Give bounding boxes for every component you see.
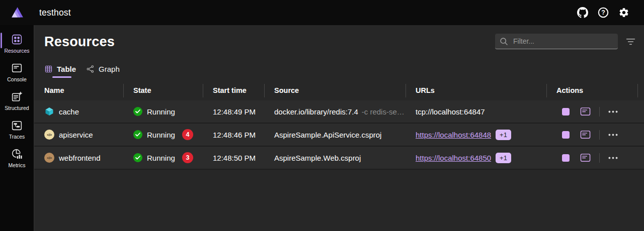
- console-logs-icon: [580, 130, 591, 139]
- gear-icon: [618, 7, 629, 18]
- state-label: Running: [147, 154, 175, 162]
- tab-table[interactable]: Table: [44, 63, 78, 78]
- svg-text:?: ?: [601, 9, 605, 16]
- table-row[interactable]: webfrontend Running 3 12:48:50 PM Aspire…: [34, 147, 644, 170]
- tab-label: Graph: [99, 65, 120, 73]
- column-header-source[interactable]: Source: [265, 80, 406, 100]
- search-icon: [500, 37, 508, 46]
- graph-view-icon: [86, 65, 95, 73]
- resources-table: Name State Start time Source URLs Action…: [34, 80, 644, 170]
- console-logs-button[interactable]: [578, 128, 593, 141]
- column-header-state[interactable]: State: [124, 80, 203, 100]
- more-actions-button[interactable]: [606, 132, 620, 138]
- table-row[interactable]: apiservice Running 4 12:48:46 PM AspireS…: [34, 124, 644, 147]
- actions-divider: [599, 153, 600, 163]
- column-header-start-time[interactable]: Start time: [203, 80, 265, 100]
- topbar-actions: ?: [576, 6, 644, 20]
- more-actions-button[interactable]: [606, 108, 620, 115]
- sidebar-item-label: Traces: [9, 134, 25, 140]
- stop-icon: [562, 154, 570, 162]
- sidebar-item-resources[interactable]: Resources: [0, 29, 34, 57]
- ellipsis-icon: [608, 110, 618, 113]
- sidebar-item-label: Metrics: [9, 162, 26, 168]
- sidebar-item-label: Console: [7, 76, 27, 82]
- state-label: Running: [147, 131, 175, 139]
- url-more-badge[interactable]: +1: [496, 153, 511, 163]
- source-value: AspireSample.ApiService.csproj: [274, 131, 381, 139]
- sidebar-item-traces[interactable]: Traces: [0, 115, 34, 143]
- traces-icon: [11, 119, 23, 132]
- topbar: testhost ?: [0, 0, 644, 25]
- filter-options-button[interactable]: [623, 35, 638, 48]
- start-time: 12:48:49 PM: [213, 107, 256, 116]
- error-count-badge[interactable]: 4: [182, 129, 193, 140]
- view-tabs: Table Graph: [44, 63, 644, 78]
- sidebar: Resources Console Structured: [0, 25, 34, 231]
- github-button[interactable]: [576, 6, 590, 20]
- filter-input[interactable]: [512, 37, 613, 46]
- endpoint-link[interactable]: https://localhost:64848: [416, 131, 491, 139]
- url-value: tcp://localhost:64847: [416, 107, 485, 116]
- stop-resource-button[interactable]: [560, 152, 572, 164]
- container-icon: [44, 106, 54, 117]
- sidebar-item-metrics[interactable]: Metrics: [0, 144, 34, 171]
- ellipsis-icon: [608, 134, 618, 136]
- ellipsis-icon: [608, 157, 618, 159]
- tab-graph[interactable]: Graph: [86, 63, 122, 78]
- source-args: -c redis-serv...: [362, 107, 406, 116]
- sidebar-item-structured[interactable]: Structured: [0, 86, 34, 114]
- column-header-name[interactable]: Name: [34, 80, 124, 100]
- actions-divider: [599, 107, 600, 117]
- stop-icon: [562, 131, 570, 139]
- filter-lines-icon: [625, 38, 636, 46]
- project-icon: [44, 153, 54, 163]
- sidebar-item-label: Resources: [4, 48, 29, 54]
- start-time: 12:48:46 PM: [213, 131, 256, 139]
- console-logs-button[interactable]: [578, 105, 593, 118]
- metrics-icon: [11, 148, 23, 160]
- tab-label: Table: [57, 65, 76, 73]
- aspire-logo-icon: [10, 6, 24, 20]
- source-value: AspireSample.Web.csproj: [274, 154, 361, 162]
- sidebar-item-label: Structured: [5, 105, 29, 111]
- column-header-urls[interactable]: URLs: [406, 80, 547, 100]
- console-logs-icon: [580, 107, 591, 116]
- running-status-icon: [133, 153, 142, 162]
- running-status-icon: [133, 107, 142, 116]
- page-header: Resources: [34, 25, 644, 51]
- url-more-badge[interactable]: +1: [496, 130, 511, 140]
- main-content: Resources: [34, 25, 644, 231]
- resources-grid-icon: [11, 33, 23, 46]
- console-icon: [11, 62, 23, 74]
- table-view-icon: [44, 65, 53, 73]
- structured-logs-icon: [11, 90, 23, 103]
- console-logs-button[interactable]: [578, 151, 593, 164]
- help-button[interactable]: ?: [596, 6, 610, 20]
- stop-resource-button[interactable]: [560, 129, 572, 141]
- resource-name: webfrontend: [59, 154, 101, 162]
- source-value: docker.io/library/redis:7.4: [274, 107, 358, 116]
- settings-button[interactable]: [617, 6, 631, 20]
- table-header: Name State Start time Source URLs Action…: [34, 80, 644, 100]
- stop-icon: [562, 108, 570, 116]
- table-row[interactable]: cache Running 12:48:49 PM docker.io/libr…: [34, 100, 644, 124]
- project-icon: [44, 130, 54, 140]
- start-time: 12:48:50 PM: [213, 154, 256, 162]
- endpoint-link[interactable]: https://localhost:64850: [416, 154, 491, 162]
- console-logs-icon: [580, 153, 591, 162]
- resource-name: cache: [59, 107, 79, 116]
- more-actions-button[interactable]: [606, 155, 620, 161]
- actions-divider: [599, 130, 600, 140]
- page-title: Resources: [44, 32, 115, 51]
- error-count-badge[interactable]: 3: [182, 152, 193, 163]
- help-icon: ?: [598, 7, 609, 18]
- stop-resource-button[interactable]: [560, 106, 572, 118]
- resource-name: apiservice: [59, 131, 93, 139]
- filter-box: [495, 34, 618, 49]
- sidebar-item-console[interactable]: Console: [0, 58, 34, 85]
- app-title: testhost: [39, 8, 71, 18]
- column-header-actions[interactable]: Actions: [547, 80, 644, 100]
- github-icon: [577, 7, 588, 18]
- state-label: Running: [147, 107, 175, 116]
- running-status-icon: [133, 130, 142, 139]
